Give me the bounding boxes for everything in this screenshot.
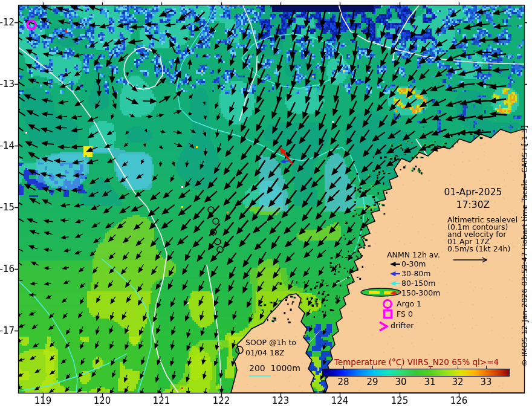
drifter-legend-label: drifter (391, 322, 414, 330)
isobath-label: 200 1000m (249, 363, 300, 373)
x-tick-120: 120 (89, 396, 115, 406)
colorbar-tick-31: 31 (418, 377, 442, 387)
y-tick--15: -15 (0, 202, 15, 213)
fs-legend-label: FS 0 (397, 310, 413, 319)
x-tick-122: 122 (208, 396, 235, 406)
altimetry-note-line5: 0.5m/s (1kt 24h) (447, 245, 510, 253)
anmn-legend-label-150-300m: 150-300m (401, 289, 440, 297)
colorbar-tick-29: 29 (360, 377, 384, 387)
x-tick-121: 121 (148, 396, 175, 406)
anmn-legend-title: ANMN 12h av. (387, 251, 440, 259)
y-tick--12: -12 (0, 18, 15, 28)
colorbar-title: Temperature (°C) VIIRS_N20 65% ql>=4 (322, 358, 511, 367)
colorbar-tick-33: 33 (474, 377, 498, 387)
anmn-legend-label-80-150m: 80-150m (401, 279, 435, 288)
soop-note-line2: 01/04 18Z (245, 349, 284, 357)
x-tick-123: 123 (267, 396, 294, 406)
map-time: 17:30Z (435, 200, 511, 211)
colorbar-tick-28: 28 (331, 377, 355, 387)
y-tick--13: -13 (0, 79, 15, 89)
anmn-legend-label-30-80m: 30-80m (401, 270, 431, 278)
anmn-legend-label-0-30m: 0-30m (401, 260, 426, 268)
x-tick-126: 126 (446, 396, 472, 406)
colorbar-tick-30: 30 (389, 377, 413, 387)
y-tick--14: -14 (0, 141, 15, 151)
copyright-text: © IMOS 12-Jan-2026 03:59:47 Hobart time … (521, 109, 529, 383)
soop-note-line1: SOOP @1h to (245, 338, 296, 347)
argo-legend-label: Argo 1 (397, 300, 421, 308)
colorbar-tick-32: 32 (446, 377, 470, 387)
imos-ocean-current-map: 119 120 121 122 123 124 125 126 -12 -13 … (0, 0, 532, 411)
x-tick-124: 124 (326, 396, 353, 406)
y-tick--17: -17 (0, 326, 15, 336)
x-tick-119: 119 (30, 396, 56, 406)
x-tick-125: 125 (386, 396, 413, 406)
map-date: 01-Apr-2025 (435, 187, 511, 198)
y-tick--16: -16 (0, 264, 15, 274)
